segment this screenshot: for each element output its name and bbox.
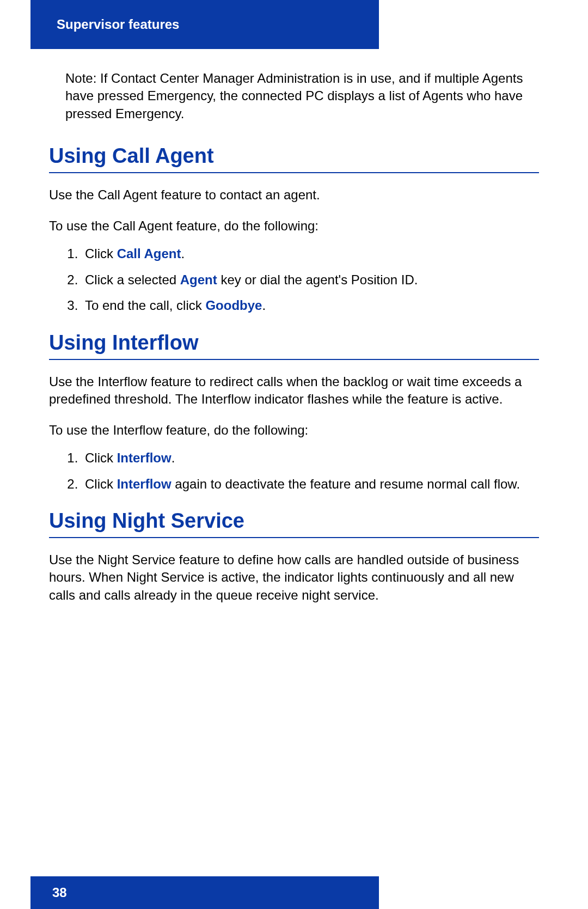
list-item: Click Interflow.: [82, 449, 539, 467]
list-item: Click Call Agent.: [82, 245, 539, 263]
page-footer: 38: [30, 876, 379, 909]
step-text: key or dial the agent's Position ID.: [217, 272, 418, 287]
steps-interflow: Click Interflow. Click Interflow again t…: [49, 449, 539, 493]
note-prefix: Note:: [65, 71, 96, 86]
page-number: 38: [52, 885, 67, 900]
step-text: again to deactivate the feature and resu…: [171, 477, 520, 491]
step-text: Click a selected: [85, 272, 180, 287]
step-text: .: [171, 450, 175, 465]
keyword-interflow: Interflow: [117, 477, 171, 491]
step-text: To end the call, click: [85, 298, 205, 313]
lead-interflow: To use the Interflow feature, do the fol…: [49, 422, 539, 439]
steps-call-agent: Click Call Agent. Click a selected Agent…: [49, 245, 539, 315]
document-page: Supervisor features Note: If Contact Cen…: [0, 0, 588, 909]
step-text: Click: [85, 246, 117, 261]
intro-interflow: Use the Interflow feature to redirect ca…: [49, 373, 539, 408]
list-item: To end the call, click Goodbye.: [82, 296, 539, 315]
note-paragraph: Note: If Contact Center Manager Administ…: [65, 70, 534, 123]
step-text: .: [262, 298, 266, 313]
keyword-goodbye: Goodbye: [205, 298, 262, 313]
heading-interflow: Using Interflow: [49, 331, 539, 360]
step-text: .: [181, 246, 185, 261]
list-item: Click Interflow again to deactivate the …: [82, 475, 539, 493]
note-text: If Contact Center Manager Administration…: [65, 71, 523, 121]
step-text: Click: [85, 450, 117, 465]
page-content: Note: If Contact Center Manager Administ…: [49, 60, 539, 614]
intro-call-agent: Use the Call Agent feature to contact an…: [49, 186, 539, 204]
intro-night-service: Use the Night Service feature to define …: [49, 551, 539, 604]
page-header-title: Supervisor features: [57, 17, 179, 32]
heading-call-agent: Using Call Agent: [49, 144, 539, 173]
page-header: Supervisor features: [30, 0, 379, 49]
heading-night-service: Using Night Service: [49, 509, 539, 538]
lead-call-agent: To use the Call Agent feature, do the fo…: [49, 217, 539, 235]
step-text: Click: [85, 477, 117, 491]
keyword-interflow: Interflow: [117, 450, 171, 465]
keyword-agent: Agent: [180, 272, 217, 287]
keyword-call-agent: Call Agent: [117, 246, 181, 261]
list-item: Click a selected Agent key or dial the a…: [82, 271, 539, 289]
